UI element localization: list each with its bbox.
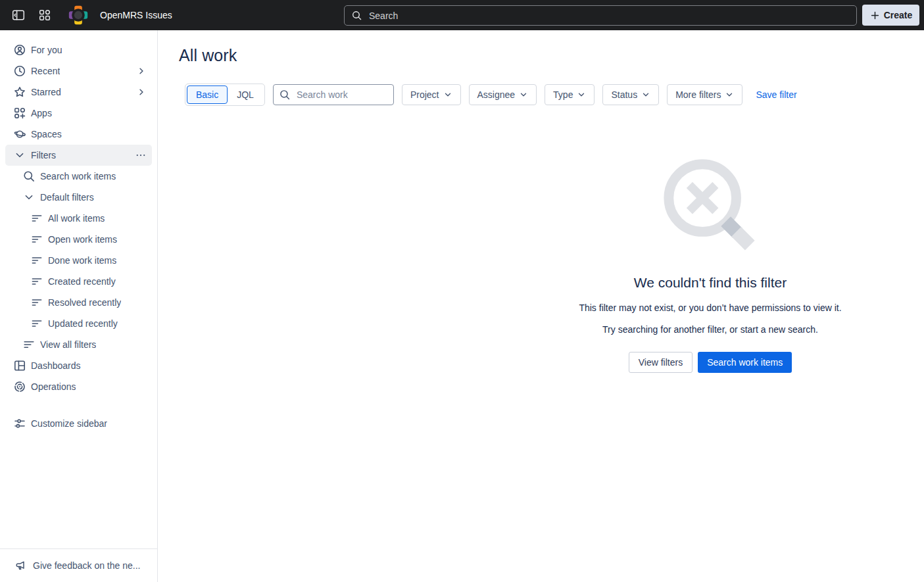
app-title: OpenMRS Issues bbox=[100, 10, 172, 20]
global-search-input[interactable] bbox=[368, 10, 850, 22]
sliders-icon bbox=[13, 417, 26, 430]
status-dropdown[interactable]: Status bbox=[602, 84, 659, 105]
empty-state-line1: This filter may not exist, or you don’t … bbox=[495, 303, 924, 313]
sidebar-item-starred[interactable]: Starred bbox=[5, 82, 152, 103]
search-mode-toggle: Basic JQL bbox=[185, 84, 265, 106]
chevron-right-icon bbox=[136, 87, 152, 97]
clock-icon bbox=[13, 64, 26, 78]
sidebar-item-label: Open work items bbox=[48, 234, 117, 245]
search-icon bbox=[22, 170, 36, 183]
sidebar-item-operations[interactable]: Operations bbox=[5, 376, 152, 397]
topbar-left-group: OpenMRS Issues bbox=[0, 5, 172, 26]
page-title: All work bbox=[179, 46, 237, 65]
sidebar-item-label: Customize sidebar bbox=[31, 418, 107, 429]
chevron-right-icon bbox=[136, 66, 152, 76]
sidebar-item-view-all-filters[interactable]: View all filters bbox=[5, 334, 152, 355]
empty-state-line2: Try searching for another filter, or sta… bbox=[495, 324, 924, 335]
filter-dropdown-group: ProjectAssigneeTypeStatusMore filters bbox=[402, 84, 742, 105]
dropdown-label: Status bbox=[611, 89, 637, 100]
work-search-box[interactable] bbox=[273, 84, 394, 105]
search-not-found-icon bbox=[658, 151, 762, 255]
sidebar-item-spaces[interactable]: Spaces bbox=[5, 124, 152, 145]
dropdown-label: More filters bbox=[675, 89, 721, 100]
sidebar-item-label: Created recently bbox=[48, 276, 116, 287]
work-search-input[interactable] bbox=[295, 89, 388, 101]
sidebar-item-label: Updated recently bbox=[48, 318, 118, 329]
sidebar-item-label: Spaces bbox=[31, 129, 62, 139]
sidebar-item-created-recently[interactable]: Created recently bbox=[5, 271, 152, 292]
filter-lines-icon bbox=[22, 338, 36, 351]
filter-icon bbox=[30, 275, 43, 288]
view-filters-button[interactable]: View filters bbox=[629, 352, 693, 373]
app-switcher-icon[interactable] bbox=[34, 5, 55, 26]
sidebar-item-customize-sidebar[interactable]: Customize sidebar bbox=[5, 413, 152, 434]
tab-basic[interactable]: Basic bbox=[187, 85, 228, 104]
filter-icon bbox=[30, 296, 43, 309]
sidebar-item-done-work-items[interactable]: Done work items bbox=[5, 250, 152, 271]
sidebar-item-dashboards[interactable]: Dashboards bbox=[5, 355, 152, 376]
sidebar-nav: For youRecentStarredAppsSpacesFiltersSea… bbox=[0, 30, 157, 434]
dashboards-icon bbox=[13, 359, 26, 372]
sidebar-item-label: Filters bbox=[31, 150, 56, 160]
chevron-down-icon bbox=[13, 149, 26, 162]
sidebar-item-label: All work items bbox=[48, 213, 105, 224]
sidebar-item-updated-recently[interactable]: Updated recently bbox=[5, 313, 152, 334]
sidebar-item-default-filters[interactable]: Default filters bbox=[5, 187, 152, 208]
top-navigation-bar: OpenMRS Issues Create bbox=[0, 0, 924, 30]
search-icon bbox=[279, 89, 291, 101]
sidebar-item-open-work-items[interactable]: Open work items bbox=[5, 229, 152, 250]
create-button[interactable]: Create bbox=[862, 5, 919, 26]
give-feedback-label: Give feedback on the ne... bbox=[33, 560, 140, 571]
sidebar-item-label: Search work items bbox=[40, 171, 116, 182]
operations-icon bbox=[13, 380, 26, 393]
assignee-dropdown[interactable]: Assignee bbox=[469, 84, 537, 105]
filter-toolbar: Basic JQL ProjectAssigneeTypeStatusMore … bbox=[185, 84, 800, 106]
sidebar-item-all-work-items[interactable]: All work items bbox=[5, 208, 152, 229]
sidebar-item-for-you[interactable]: For you bbox=[5, 39, 152, 61]
chevron-down-icon bbox=[725, 90, 734, 99]
filter-icon bbox=[30, 212, 43, 225]
save-filter-link[interactable]: Save filter bbox=[753, 89, 799, 100]
sidebar: For youRecentStarredAppsSpacesFiltersSea… bbox=[0, 30, 158, 582]
sidebar-item-label: Apps bbox=[31, 108, 52, 118]
type-dropdown[interactable]: Type bbox=[545, 84, 595, 105]
empty-state: We couldn't find this filter This filter… bbox=[495, 151, 924, 373]
empty-state-actions: View filters Search work items bbox=[495, 352, 924, 373]
search-icon bbox=[351, 10, 362, 21]
chevron-down-icon bbox=[519, 90, 528, 99]
empty-state-title: We couldn't find this filter bbox=[495, 275, 924, 291]
meatballs-icon[interactable] bbox=[135, 149, 152, 161]
chevron-down-icon bbox=[577, 90, 586, 99]
spaces-icon bbox=[13, 128, 26, 141]
sidebar-item-label: For you bbox=[31, 45, 62, 55]
person-icon bbox=[13, 43, 26, 57]
sidebar-item-label: Dashboards bbox=[31, 360, 81, 371]
search-work-items-button[interactable]: Search work items bbox=[698, 352, 792, 373]
chevron-down-icon bbox=[443, 90, 452, 99]
collapse-sidebar-icon[interactable] bbox=[8, 5, 29, 26]
sidebar-item-label: Recent bbox=[31, 66, 60, 76]
sidebar-item-label: Default filters bbox=[40, 192, 94, 203]
sidebar-item-label: Resolved recently bbox=[48, 297, 121, 308]
filter-icon bbox=[30, 233, 43, 246]
sidebar-item-label: View all filters bbox=[40, 339, 96, 350]
sidebar-item-recent[interactable]: Recent bbox=[5, 61, 152, 82]
sidebar-item-label: Starred bbox=[31, 87, 61, 97]
apps-icon bbox=[13, 107, 26, 120]
filter-icon bbox=[30, 254, 43, 267]
filter-icon bbox=[30, 317, 43, 330]
project-dropdown[interactable]: Project bbox=[402, 84, 461, 105]
openmrs-logo-icon[interactable] bbox=[68, 5, 88, 25]
tab-jql[interactable]: JQL bbox=[228, 85, 263, 104]
sidebar-item-filters[interactable]: Filters bbox=[5, 145, 152, 166]
sidebar-item-resolved-recently[interactable]: Resolved recently bbox=[5, 292, 152, 313]
sidebar-item-label: Done work items bbox=[48, 255, 116, 266]
give-feedback-button[interactable]: Give feedback on the ne... bbox=[0, 548, 157, 582]
global-search-box[interactable] bbox=[344, 5, 857, 26]
sidebar-item-apps[interactable]: Apps bbox=[5, 103, 152, 124]
sidebar-item-search-work-items[interactable]: Search work items bbox=[5, 166, 152, 187]
dropdown-label: Assignee bbox=[477, 89, 516, 100]
chevron-down-icon bbox=[22, 191, 36, 204]
more-filters-dropdown[interactable]: More filters bbox=[667, 84, 742, 105]
sidebar-item-label: Operations bbox=[31, 381, 76, 392]
